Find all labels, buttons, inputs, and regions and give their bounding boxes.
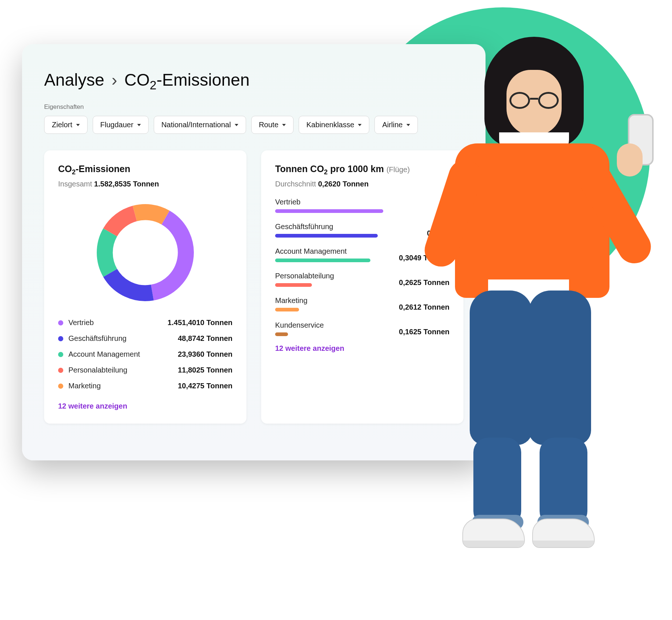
legend-label: Vertrieb xyxy=(68,318,94,327)
donut-legend: Vertrieb1.451,4010 TonnenGeschäftsführun… xyxy=(58,315,232,394)
legend-dot-icon xyxy=(58,352,63,357)
legend-value: 10,4275 Tonnen xyxy=(178,382,232,390)
filter-chip[interactable]: Zielort xyxy=(44,116,88,134)
bar-fill xyxy=(275,283,312,287)
legend-row: Account Management23,9360 Tonnen xyxy=(58,346,232,362)
legend-label: Personalabteilung xyxy=(68,366,127,374)
legend-label: Marketing xyxy=(68,382,101,390)
chevron-right-icon: › xyxy=(111,70,117,89)
filter-chip[interactable]: Kabinenklasse xyxy=(299,116,369,134)
legend-dot-icon xyxy=(58,368,63,373)
properties-label: Eigenschaften xyxy=(44,103,463,111)
bar-fill xyxy=(275,308,299,311)
breadcrumb: Analyse › CO2-Emissionen xyxy=(44,70,463,92)
bar-label: Geschäftsführung xyxy=(275,222,383,231)
bar-label: Marketing xyxy=(275,296,383,305)
bar-label: Kundenservice xyxy=(275,321,383,329)
chevron-down-icon xyxy=(282,124,286,126)
legend-value: 1.451,4010 Tonnen xyxy=(168,318,232,327)
chevron-down-icon xyxy=(235,124,238,126)
bar-fill xyxy=(275,332,288,336)
legend-value: 11,8025 Tonnen xyxy=(178,366,232,374)
bar-label: Vertrieb xyxy=(275,198,383,206)
filter-chip[interactable]: National/International xyxy=(154,116,246,134)
legend-row: Vertrieb1.451,4010 Tonnen xyxy=(58,315,232,331)
filter-chip-row: ZielortFlugdauerNational/InternationalRo… xyxy=(44,116,463,134)
legend-row: Marketing10,4275 Tonnen xyxy=(58,378,232,394)
legend-row: Personalabteilung11,8025 Tonnen xyxy=(58,362,232,378)
chevron-down-icon xyxy=(358,124,362,126)
card-subtitle: Insgesamt 1.582,8535 Tonnen xyxy=(58,180,232,188)
breadcrumb-root[interactable]: Analyse xyxy=(44,70,104,89)
legend-dot-icon xyxy=(58,320,63,325)
legend-label: Geschäftsführung xyxy=(68,334,127,343)
legend-dot-icon xyxy=(58,336,63,341)
person-illustration xyxy=(422,37,628,588)
filter-chip[interactable]: Route xyxy=(251,116,294,134)
legend-value: 48,8742 Tonnen xyxy=(178,334,232,343)
chevron-down-icon xyxy=(406,124,410,126)
chevron-down-icon xyxy=(76,124,80,126)
chevron-down-icon xyxy=(137,124,141,126)
legend-row: Geschäftsführung48,8742 Tonnen xyxy=(58,331,232,346)
legend-value: 23,9360 Tonnen xyxy=(178,350,232,359)
card-co2-total: CO2-Emissionen Insgesamt 1.582,8535 Tonn… xyxy=(44,150,246,424)
bar-label: Account Management xyxy=(275,247,383,256)
legend-dot-icon xyxy=(58,384,63,389)
bar-fill xyxy=(275,209,383,213)
filter-chip[interactable]: Flugdauer xyxy=(93,116,149,134)
bar-fill xyxy=(275,259,370,262)
legend-label: Account Management xyxy=(68,350,140,359)
bar-fill xyxy=(275,234,378,238)
dashboard-panel: Analyse › CO2-Emissionen Eigenschaften Z… xyxy=(22,44,486,460)
bar-label: Personalabteilung xyxy=(275,272,383,280)
donut-chart xyxy=(58,199,232,306)
show-more-link[interactable]: 12 weitere anzeigen xyxy=(58,402,232,410)
card-title: CO2-Emissionen xyxy=(58,164,232,176)
filter-chip[interactable]: Airline xyxy=(374,116,418,134)
breadcrumb-current: CO2-Emissionen xyxy=(124,70,250,89)
